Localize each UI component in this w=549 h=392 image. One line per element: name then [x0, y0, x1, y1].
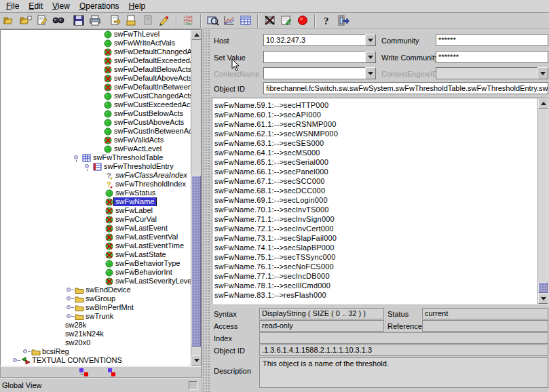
tree-item-swFwCustChangedActs[interactable]: swFwCustChangedActs	[1, 92, 191, 100]
tree-collapsed-handle-icon[interactable]	[10, 356, 20, 365]
tree-collapsed-handle-icon[interactable]	[64, 312, 74, 321]
tree-item-swFwThresholdIndex[interactable]: ?swFwThresholdIndex	[1, 180, 191, 189]
folder-open-button[interactable]	[1, 14, 18, 28]
menu-operations[interactable]: Operations	[75, 0, 125, 12]
tree-scrollbar-thumb[interactable]	[191, 176, 201, 347]
scroll-down-button[interactable]	[538, 294, 548, 304]
set-value-dropdown-button[interactable]	[365, 51, 376, 63]
record-button[interactable]	[295, 14, 311, 28]
tree-item-swBlmPerfMnt[interactable]: swBlmPerfMnt	[1, 303, 191, 312]
mib-tree[interactable]: swFwThLevelswFwWriteActValsswFwDefaultCh…	[0, 29, 202, 366]
results-textarea[interactable]: swFwName.58.1:-->secTelnet000swFwName.59…	[212, 98, 548, 305]
tree-expanded-handle-icon[interactable]	[82, 162, 92, 171]
mib-module-button[interactable]: ✓Fwd✗Fwd✓Rev	[181, 14, 197, 28]
context-engine-dropdown-button[interactable]	[537, 67, 548, 79]
tree-collapsed-handle-icon[interactable]	[20, 347, 31, 356]
tree-item-swFwLastEvent[interactable]: swFwLastEvent	[1, 224, 191, 233]
set-value-combo[interactable]	[263, 51, 376, 63]
view-graph-button[interactable]	[205, 14, 221, 28]
tree-node-icon[interactable]	[107, 368, 116, 376]
tree-item-swEndDevice[interactable]: swEndDevice	[1, 286, 191, 294]
find-button[interactable]	[50, 14, 67, 28]
tree-item-swFwName[interactable]: swFwName	[1, 197, 191, 206]
tree-item-swFwLabel[interactable]: swFwLabel	[1, 206, 191, 215]
menu-file[interactable]: File	[2, 0, 24, 12]
print-button[interactable]	[87, 14, 103, 28]
scroll-up-button[interactable]	[191, 30, 202, 40]
tree-item-swFwThresholdTable[interactable]: swFwThresholdTable	[1, 153, 191, 162]
tree-item-swFwWriteActVals[interactable]: swFwWriteActVals	[1, 39, 191, 47]
write-community-field[interactable]: *******	[436, 51, 548, 63]
tree-item-swFwCurVal[interactable]: swFwCurVal	[1, 215, 191, 224]
edit-note-button[interactable]	[278, 14, 295, 28]
exit-button[interactable]	[335, 14, 352, 28]
menu-edit[interactable]: Edit	[24, 0, 48, 12]
tree-expanded-handle-icon[interactable]	[71, 153, 81, 162]
tree-item-swFwDefaultExceededActs[interactable]: swFwDefaultExceededActs	[1, 56, 191, 65]
line-chart-button[interactable]	[221, 14, 238, 28]
host-combo[interactable]: 10.32.247.3	[263, 34, 376, 46]
paste-page-button[interactable]	[124, 14, 140, 28]
save-button[interactable]	[71, 14, 87, 28]
tree-item-swFwLastState[interactable]: swFwLastState	[1, 250, 191, 259]
tree-item-swFwActLevel[interactable]: swFwActLevel	[1, 144, 191, 153]
edit-page-button[interactable]	[34, 14, 50, 28]
results-vertical-scrollbar[interactable]	[537, 98, 548, 304]
tree-item-swFwClassAreaIndex[interactable]: ?swFwClassAreaIndex	[1, 171, 191, 180]
tree-item-swFwValidActs[interactable]: swFwValidActs	[1, 136, 191, 144]
tree-item-swFwDefaultBelowActs[interactable]: swFwDefaultBelowActs	[1, 65, 191, 74]
tree-item-swFwStatus[interactable]: swFwStatus	[1, 189, 191, 197]
table-view-button[interactable]	[238, 14, 254, 28]
global-view-checkbox[interactable]	[189, 381, 197, 390]
context-engine-field[interactable]	[436, 67, 537, 79]
folder-open-alt-button[interactable]	[18, 14, 34, 28]
tree-item-Brocade-REG-MIB[interactable]: Brocade-REG-MIB	[1, 365, 191, 366]
tree-vertical-scrollbar[interactable]	[191, 30, 201, 366]
menu-help[interactable]: Help	[125, 0, 151, 12]
tree-item-swFwThresholdEntry[interactable]: swFwThresholdEntry	[1, 162, 191, 171]
tree-item-swFwCustInBetweenActs[interactable]: swFwCustInBetweenActs	[1, 127, 191, 136]
scroll-down-button[interactable]	[191, 355, 202, 366]
context-name-dropdown-button[interactable]	[365, 67, 376, 79]
tree-link-icon[interactable]	[79, 368, 89, 376]
host-dropdown-button[interactable]	[365, 34, 376, 46]
tree-item-swFwCustExceededActs[interactable]: swFwCustExceededActs	[1, 100, 191, 109]
object-id-field[interactable]: fibrechannel.fcSwitch.sw.swFwSystem.swFw…	[263, 82, 548, 94]
page-disabled-button[interactable]	[140, 14, 156, 28]
tree-item-swFwLastEventTime[interactable]: swFwLastEventTime	[1, 241, 191, 250]
stop-display-button[interactable]	[262, 14, 278, 28]
tree-item-swFwBehaviorInt[interactable]: swFwBehaviorInt	[1, 268, 191, 277]
tree-item-sw20x0[interactable]: sw20x0	[1, 338, 191, 347]
tree-collapsed-handle-icon[interactable]	[1, 365, 11, 366]
tree-item-swFwDefaultChangedActs[interactable]: swFwDefaultChangedActs	[1, 47, 191, 56]
tree-item-sw21kN24k[interactable]: sw21kN24k	[1, 330, 191, 338]
scroll-up-button[interactable]	[538, 98, 548, 109]
help-button[interactable]: ?	[319, 14, 335, 28]
host-value[interactable]: 10.32.247.3	[263, 34, 365, 46]
set-value-field[interactable]	[263, 51, 365, 63]
copy-page-button[interactable]	[107, 14, 124, 28]
panel-splitter[interactable]	[202, 29, 210, 392]
results-scrollbar-thumb[interactable]	[538, 282, 548, 293]
tree-item-swFwBehaviorType[interactable]: swFwBehaviorType	[1, 259, 191, 268]
context-name-combo[interactable]	[263, 67, 376, 79]
tree-collapsed-handle-icon[interactable]	[64, 286, 74, 294]
menu-view[interactable]: View	[48, 0, 75, 12]
tree-item-swFwDefaultAboveActs[interactable]: swFwDefaultAboveActs	[1, 74, 191, 83]
tree-item-swFwThLevel[interactable]: swFwThLevel	[1, 30, 191, 39]
tree-item-swFwCustBelowActs[interactable]: swFwCustBelowActs	[1, 109, 191, 118]
context-name-field[interactable]	[263, 67, 365, 79]
community-field[interactable]: ******	[436, 34, 548, 46]
tree-item-swFwLastEventVal[interactable]: swFwLastEventVal	[1, 233, 191, 241]
tree-item-swFwDefaultInBetweenActs[interactable]: swFwDefaultInBetweenActs	[1, 83, 191, 92]
pen-button[interactable]	[156, 14, 172, 28]
tree-item-swGroup[interactable]: swGroup	[1, 294, 191, 303]
tree-item-swFwCustAboveActs[interactable]: swFwCustAboveActs	[1, 118, 191, 127]
tree-collapsed-handle-icon[interactable]	[64, 303, 74, 312]
tree-item-bcsiReg[interactable]: bcsiReg	[1, 347, 191, 356]
tree-collapsed-handle-icon[interactable]	[64, 294, 74, 303]
tree-item-swFwLastSeverityLevel[interactable]: swFwLastSeverityLevel	[1, 277, 191, 286]
tree-item-TEXTUAL CONVENTIONS[interactable]: TEXTUAL CONVENTIONS	[1, 356, 191, 365]
context-engine-combo[interactable]	[436, 67, 548, 79]
tree-item-sw28k[interactable]: sw28k	[1, 321, 191, 330]
